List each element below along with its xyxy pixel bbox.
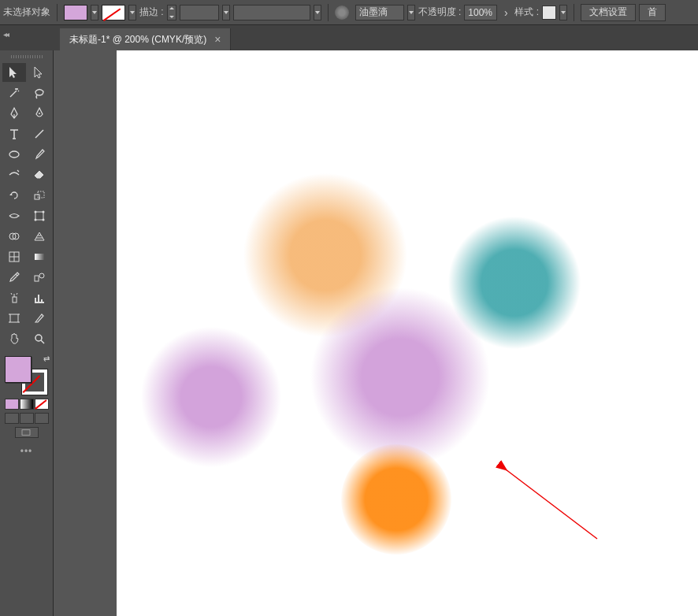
svg-point-8 <box>42 219 44 221</box>
artwork-blob-purple-small <box>140 326 282 468</box>
svg-point-17 <box>35 335 42 341</box>
artwork-blob-orange-small <box>341 444 451 555</box>
separator <box>57 4 58 21</box>
fill-stroke-control[interactable]: ⇄ <box>5 356 48 395</box>
fill-dropdown[interactable] <box>91 5 98 20</box>
stroke-weight-field[interactable] <box>180 5 219 20</box>
swap-fill-stroke-icon[interactable]: ⇄ <box>43 354 50 363</box>
stroke-dropdown[interactable] <box>128 5 136 20</box>
paintbrush-tool[interactable] <box>28 145 51 164</box>
brush-icon <box>335 6 349 20</box>
curvature-tool[interactable] <box>28 104 51 123</box>
magic-wand-tool[interactable] <box>2 83 26 102</box>
artwork-blob-purple-large <box>310 287 491 468</box>
shape-builder-tool[interactable] <box>2 227 26 246</box>
stroke-weight-dropdown[interactable] <box>222 5 230 20</box>
slice-tool[interactable] <box>28 309 51 328</box>
style-swatch[interactable] <box>542 6 556 20</box>
toolbox-more-icon[interactable]: ••• <box>2 446 51 457</box>
document-tab[interactable]: 未标题-1* @ 200% (CMYK/预览) × <box>60 28 231 50</box>
type-tool[interactable] <box>2 124 26 143</box>
svg-point-6 <box>42 211 44 213</box>
pencil-tool[interactable] <box>2 165 26 184</box>
screen-mode-b[interactable] <box>20 413 34 424</box>
mesh-tool[interactable] <box>2 247 26 266</box>
hand-tool[interactable] <box>2 329 26 348</box>
style-label: 样式 : <box>514 6 539 19</box>
svg-line-19 <box>506 469 597 539</box>
width-tool[interactable] <box>2 206 26 225</box>
column-graph-tool[interactable] <box>28 288 51 307</box>
selection-tool[interactable] <box>2 63 26 82</box>
document-tabstrip: 未标题-1* @ 200% (CMYK/预览) × <box>0 25 698 50</box>
svg-rect-4 <box>35 212 43 220</box>
svg-rect-18 <box>22 430 30 436</box>
brush-dropdown[interactable] <box>407 5 415 20</box>
pasteboard-left <box>54 50 117 616</box>
brush-field[interactable]: 油墨滴 <box>355 5 404 20</box>
free-transform-tool[interactable] <box>28 206 51 225</box>
eraser-tool[interactable] <box>28 165 51 184</box>
gradient-mode-button[interactable] <box>20 399 34 410</box>
opacity-label: 不透明度 : <box>418 6 462 19</box>
tab-title: 未标题-1* @ 200% (CMYK/预览) <box>69 33 206 46</box>
no-selection-label: 未选择对象 <box>3 6 50 19</box>
svg-point-14 <box>39 273 44 278</box>
opacity-field[interactable]: 100% <box>464 5 497 20</box>
fill-box[interactable] <box>5 356 32 383</box>
ellipse-tool[interactable] <box>2 145 26 164</box>
opacity-more[interactable] <box>500 5 511 20</box>
svg-point-1 <box>9 151 19 158</box>
prefs-button[interactable]: 首 <box>639 4 666 21</box>
options-toolbar: 未选择对象 描边 : 油墨滴 不透明度 : 100% 样式 : 文档设置 首 <box>0 0 698 25</box>
tab-close-button[interactable]: × <box>214 33 221 46</box>
draw-mode-button[interactable] <box>15 427 39 438</box>
toolbox: ⇄ ••• <box>0 50 54 616</box>
line-tool[interactable] <box>28 124 51 143</box>
stroke-profile-field[interactable] <box>233 5 310 20</box>
document-setup-button[interactable]: 文档设置 <box>581 4 636 21</box>
svg-point-0 <box>39 113 40 114</box>
stroke-stepper[interactable] <box>167 5 176 20</box>
separator <box>328 4 329 21</box>
color-mode-button[interactable] <box>5 399 19 410</box>
style-dropdown[interactable] <box>559 5 567 20</box>
svg-rect-16 <box>10 314 18 322</box>
blend-tool[interactable] <box>28 268 51 287</box>
fill-swatch[interactable] <box>64 5 87 20</box>
pen-tool[interactable] <box>2 104 26 123</box>
artboard-tool[interactable] <box>2 309 26 328</box>
panel-collapse-icon[interactable]: ◂◂ <box>3 30 8 39</box>
screen-mode-a[interactable] <box>5 413 19 424</box>
svg-point-5 <box>34 211 36 213</box>
direct-selection-tool[interactable] <box>28 63 51 82</box>
svg-rect-15 <box>13 297 17 302</box>
zoom-tool[interactable] <box>28 329 51 348</box>
svg-rect-13 <box>35 276 39 281</box>
document-area <box>54 50 698 616</box>
rotate-tool[interactable] <box>2 186 26 205</box>
perspective-grid-tool[interactable] <box>28 227 51 246</box>
svg-rect-2 <box>35 195 39 199</box>
separator <box>574 4 574 21</box>
eyedropper-tool[interactable] <box>2 268 26 287</box>
svg-rect-12 <box>35 254 44 260</box>
stroke-profile-dropdown[interactable] <box>314 5 321 20</box>
screen-mode-c[interactable] <box>35 413 49 424</box>
symbol-sprayer-tool[interactable] <box>2 288 26 307</box>
toolbox-grip[interactable] <box>11 55 43 58</box>
lasso-tool[interactable] <box>28 83 51 102</box>
stroke-swatch[interactable] <box>102 5 125 20</box>
canvas[interactable] <box>117 50 698 616</box>
none-mode-button[interactable] <box>35 399 49 410</box>
stroke-label: 描边 : <box>139 6 164 19</box>
svg-point-7 <box>34 219 36 221</box>
scale-tool[interactable] <box>28 186 51 205</box>
gradient-tool[interactable] <box>28 247 51 266</box>
annotation-arrow <box>495 460 605 547</box>
